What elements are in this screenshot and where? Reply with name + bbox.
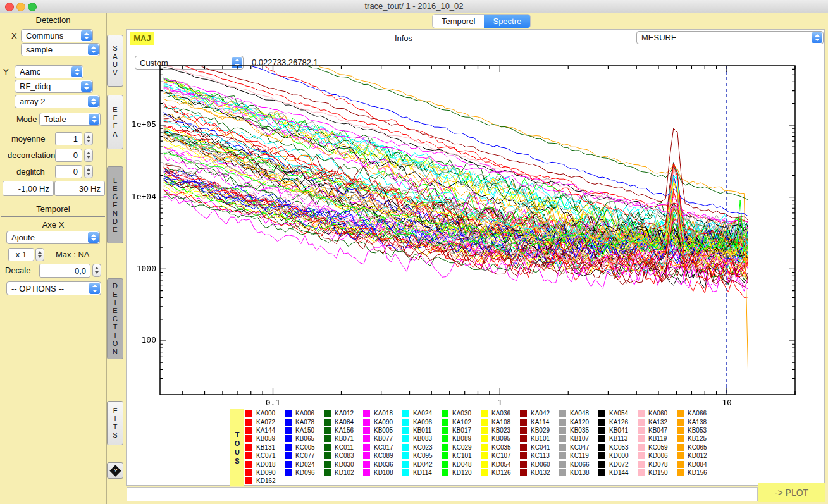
legend-entry[interactable]: KC029 — [442, 443, 481, 452]
y-signal-select[interactable]: RF_didq — [15, 80, 93, 93]
legend-entry[interactable]: KB089 — [442, 434, 481, 443]
legend-entry[interactable]: KD048 — [442, 460, 481, 468]
legend-entry[interactable]: KB071 — [324, 434, 363, 443]
legend-entry[interactable]: KA072 — [245, 417, 285, 426]
multiplier-field[interactable]: x 1 — [8, 248, 34, 261]
options-select[interactable]: -- OPTIONS -- — [6, 281, 101, 295]
legend-entry[interactable]: KB011 — [402, 426, 442, 434]
legend-entry[interactable]: KD138 — [559, 469, 598, 477]
tab-spectre[interactable]: Spectre — [484, 15, 530, 28]
legend-entry[interactable]: KA144 — [245, 426, 285, 434]
moyenne-field[interactable]: 1 — [55, 132, 82, 145]
legend-entry[interactable]: KB077 — [363, 434, 402, 443]
legend-entry[interactable]: KA054 — [598, 409, 638, 417]
legend-tous-button[interactable]: T O U S — [230, 409, 244, 486]
axe-x-select[interactable]: Ajoute — [6, 231, 100, 244]
legend-entry[interactable]: KB059 — [245, 434, 285, 443]
legend-entry[interactable]: KB035 — [559, 426, 598, 434]
legend-entry[interactable]: KC077 — [285, 452, 324, 460]
strip-button-detection[interactable]: D E T E C T I O N — [107, 278, 123, 359]
legend-entry[interactable]: KD102 — [324, 469, 363, 477]
legend-entry[interactable]: KB125 — [677, 434, 716, 443]
legend-entry[interactable]: KC101 — [442, 452, 481, 460]
legend-entry[interactable]: KC059 — [638, 443, 677, 452]
legend-entry[interactable]: KD090 — [245, 469, 285, 477]
legend-entry[interactable]: KA156 — [324, 426, 363, 434]
legend-entry[interactable]: KD042 — [402, 460, 442, 468]
legend-entry[interactable]: KA102 — [442, 417, 481, 426]
freq-min-field[interactable]: -1,00 Hz — [3, 181, 54, 196]
legend-entry[interactable]: KA132 — [638, 417, 677, 426]
legend-entry[interactable]: KC065 — [677, 443, 716, 452]
tab-temporel[interactable]: Temporel — [433, 15, 484, 28]
legend-entry[interactable]: KD120 — [442, 469, 481, 477]
legend-entry[interactable]: KA000 — [245, 409, 285, 417]
legend-entry[interactable]: KA024 — [402, 409, 442, 417]
legend-entry[interactable]: KA138 — [677, 417, 716, 426]
legend-entry[interactable]: KB041 — [598, 426, 638, 434]
legend-entry[interactable]: KC035 — [481, 443, 520, 452]
legend-entry[interactable]: KA120 — [559, 417, 598, 426]
legend-entry[interactable]: KC041 — [520, 443, 559, 452]
legend-entry[interactable]: KD000 — [598, 452, 638, 460]
legend-entry[interactable]: KA036 — [481, 409, 520, 417]
legend-entry[interactable]: KA030 — [442, 409, 481, 417]
strip-button-sauv[interactable]: S A U V — [107, 35, 123, 87]
legend-entry[interactable]: KC107 — [481, 452, 520, 460]
legend-entry[interactable]: KD036 — [363, 460, 402, 468]
legend-entry[interactable]: KA042 — [520, 409, 559, 417]
legend-entry[interactable]: KD114 — [402, 469, 442, 477]
plot-button[interactable]: -> PLOT — [758, 483, 825, 502]
legend-entry[interactable]: KB047 — [638, 426, 677, 434]
deglitch-field[interactable]: 0 — [55, 165, 82, 178]
legend-entry[interactable]: KA060 — [638, 409, 677, 417]
legend-entry[interactable]: KB101 — [520, 434, 559, 443]
legend-entry[interactable]: KD072 — [598, 460, 638, 468]
legend-entry[interactable]: KC023 — [402, 443, 442, 452]
legend-entry[interactable]: KC095 — [402, 452, 442, 460]
legend-entry[interactable]: KA066 — [677, 409, 716, 417]
legend-entry[interactable]: KD078 — [638, 460, 677, 468]
legend-entry[interactable]: KA150 — [285, 426, 324, 434]
legend-entry[interactable]: KB131 — [245, 443, 285, 452]
freq-max-field[interactable]: 30 Hz — [54, 181, 105, 196]
legend-entry[interactable]: KD018 — [245, 460, 285, 468]
legend-entry[interactable]: KD054 — [481, 460, 520, 468]
legend-entry[interactable]: KC011 — [324, 443, 363, 452]
legend-entry[interactable]: KC053 — [598, 443, 638, 452]
legend-entry[interactable]: KB065 — [285, 434, 324, 443]
legend-entry[interactable]: KC005 — [285, 443, 324, 452]
legend-entry[interactable]: KB029 — [520, 426, 559, 434]
y-array-select[interactable]: array 2 — [15, 95, 100, 108]
strip-button-fits[interactable]: F I T S — [107, 401, 123, 445]
legend-entry[interactable]: KA096 — [402, 417, 442, 426]
legend-entry[interactable]: KC089 — [363, 452, 402, 460]
moyenne-stepper[interactable] — [84, 132, 93, 145]
spectrum-plot-canvas[interactable] — [128, 50, 800, 409]
legend-entry[interactable]: KB053 — [677, 426, 716, 434]
strip-button-effa[interactable]: E F F A — [107, 95, 123, 149]
legend-entry[interactable]: KD006 — [638, 452, 677, 460]
legend-entry[interactable]: KA048 — [559, 409, 598, 417]
legend-entry[interactable]: KC017 — [363, 443, 402, 452]
legend-entry[interactable]: KD012 — [677, 452, 716, 460]
maj-button[interactable]: MAJ — [130, 32, 154, 45]
decorrelation-field[interactable]: 0 — [55, 149, 82, 162]
legend-entry[interactable]: KD156 — [677, 469, 716, 477]
legend-entry[interactable]: KA084 — [324, 417, 363, 426]
legend-entry[interactable]: KD126 — [481, 469, 520, 477]
legend-entry[interactable]: KA078 — [285, 417, 324, 426]
legend-entry[interactable]: KC083 — [324, 452, 363, 460]
strip-button-legende[interactable]: L E G E N D E — [107, 166, 123, 243]
legend-entry[interactable]: KC113 — [520, 452, 559, 460]
legend-entry[interactable]: KD024 — [285, 460, 324, 468]
y-source-select[interactable]: Aamc — [15, 65, 83, 78]
legend-entry[interactable]: KD084 — [677, 460, 716, 468]
legend-entry[interactable]: KA114 — [520, 417, 559, 426]
legend-entry[interactable]: KC047 — [559, 443, 598, 452]
legend-entry[interactable]: KB023 — [481, 426, 520, 434]
deglitch-stepper[interactable] — [84, 165, 93, 178]
legend-entry[interactable]: KD144 — [598, 469, 638, 477]
legend-entry[interactable]: KD030 — [324, 460, 363, 468]
x-sample-select[interactable]: sample — [21, 43, 100, 56]
